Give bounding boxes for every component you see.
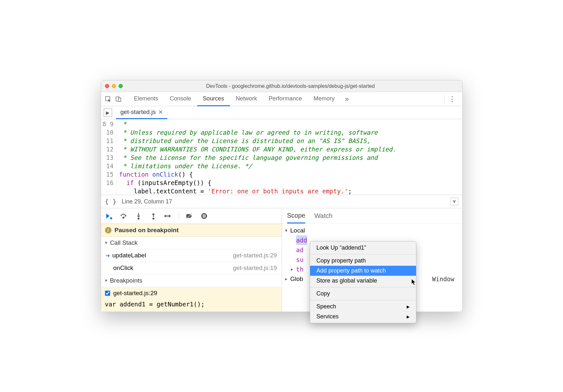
zoom-window-button[interactable] (119, 84, 123, 88)
tabs-overflow-icon[interactable]: » (340, 95, 353, 103)
paused-message: Paused on breakpoint (115, 227, 179, 234)
traffic-lights (105, 84, 123, 88)
titlebar: DevTools - googlechrome.github.io/devtoo… (101, 80, 462, 92)
tab-watch[interactable]: Watch (314, 209, 332, 223)
pretty-print-icon[interactable]: { } (105, 198, 117, 205)
tab-scope[interactable]: Scope (287, 209, 306, 223)
svg-rect-15 (204, 214, 205, 218)
devtools-window: DevTools - googlechrome.github.io/devtoo… (101, 80, 463, 312)
scope-global-value: Window (432, 274, 459, 284)
step-over-icon[interactable] (119, 211, 128, 221)
file-tab[interactable]: get-started.js ✕ (116, 106, 168, 119)
info-icon: i (105, 227, 111, 233)
code-line: * limitations under the License. */ (119, 162, 252, 170)
frame-name: updateLabel (112, 252, 146, 259)
tab-performance[interactable]: Performance (263, 92, 308, 106)
code-line: * (119, 120, 127, 128)
tab-memory[interactable]: Memory (308, 92, 340, 106)
current-frame-icon: ➔ (106, 253, 110, 259)
menu-separator (310, 287, 416, 287)
frame-name: onClick (113, 264, 133, 272)
device-toggle-icon[interactable] (114, 95, 123, 104)
scope-global-label: Glob (290, 274, 303, 284)
triangle-down-icon: ▼ (104, 241, 108, 245)
step-out-icon[interactable] (149, 211, 158, 221)
window-title: DevTools - googlechrome.github.io/devtoo… (123, 83, 458, 89)
breakpoint-code: var addend1 = getNumber1(); (101, 299, 282, 312)
variable-name: th (296, 264, 304, 274)
tab-network[interactable]: Network (230, 92, 263, 106)
line-gutter: 8 9 10 11 12 13 14 15 16 (101, 119, 117, 195)
tab-sources[interactable]: Sources (197, 92, 230, 106)
svg-point-6 (138, 218, 140, 220)
statusbar-menu-icon[interactable]: ▾ (451, 198, 458, 205)
svg-point-4 (122, 217, 124, 219)
scope-watch-tabs: Scope Watch (282, 208, 462, 224)
menu-item-lookup[interactable]: Look Up “addend1” (310, 243, 416, 253)
variable-name: su (296, 255, 304, 264)
svg-rect-3 (110, 217, 112, 219)
toolbar-separator (179, 212, 179, 220)
triangle-down-icon: ▼ (104, 278, 108, 283)
menu-item-add-watch[interactable]: Add property path to watch (310, 266, 416, 276)
menu-item-services[interactable]: Services▶ (310, 312, 416, 322)
call-stack-frame[interactable]: ➔ updateLabel get-started.js:29 (101, 249, 282, 262)
submenu-arrow-icon: ▶ (407, 315, 410, 319)
menu-item-copy-path[interactable]: Copy property path (310, 256, 416, 266)
variable-name: add (296, 235, 307, 245)
menu-item-speech[interactable]: Speech▶ (310, 302, 416, 312)
close-file-tab-icon[interactable]: ✕ (158, 109, 163, 116)
code-body[interactable]: * * Unless required by applicable law or… (117, 119, 462, 195)
triangle-down-icon: ▼ (285, 226, 290, 235)
file-tab-label: get-started.js (120, 108, 156, 116)
close-window-button[interactable] (105, 84, 109, 88)
menu-separator (310, 254, 416, 254)
pause-exceptions-icon[interactable] (200, 211, 209, 221)
submenu-arrow-icon: ▶ (407, 304, 410, 309)
tab-elements[interactable]: Elements (128, 92, 164, 106)
tab-console[interactable]: Console (164, 92, 197, 106)
frame-location: get-started.js:19 (233, 264, 277, 272)
minimize-window-button[interactable] (112, 84, 116, 88)
menu-item-store-global[interactable]: Store as global variable (310, 276, 416, 286)
cursor-icon (411, 279, 416, 287)
call-stack-label: Call Stack (110, 239, 138, 246)
code-line: function onClick() { (119, 171, 193, 178)
code-line: * See the License for the specific langu… (119, 154, 378, 161)
triangle-right-icon: ▶ (291, 264, 296, 274)
code-line: label.textContent = 'Error: one or both … (119, 188, 352, 195)
code-line: * distributed under the License is distr… (119, 137, 370, 144)
menu-item-copy[interactable]: Copy (310, 289, 416, 299)
context-menu: Look Up “addend1” Copy property path Add… (310, 241, 416, 323)
svg-point-10 (164, 215, 166, 217)
file-tab-bar: ▶ get-started.js ✕ (101, 106, 462, 119)
code-editor[interactable]: 8 9 10 11 12 13 14 15 16 * * Unless requ… (101, 119, 462, 195)
breakpoint-item[interactable]: get-started.js:29 (101, 287, 282, 299)
resume-icon[interactable] (104, 211, 113, 221)
deactivate-breakpoints-icon[interactable] (185, 211, 194, 221)
variable-name: ad (296, 245, 304, 255)
debugger-toolbar (101, 208, 282, 224)
inspect-element-icon[interactable] (104, 95, 113, 104)
call-stack-frame[interactable]: onClick get-started.js:19 (101, 262, 282, 274)
main-toolbar: Elements Console Sources Network Perform… (101, 92, 462, 106)
breakpoints-header[interactable]: ▼ Breakpoints (101, 274, 282, 287)
svg-rect-14 (203, 214, 204, 218)
frame-location: get-started.js:29 (233, 252, 277, 259)
main-tabs: Elements Console Sources Network Perform… (128, 92, 441, 106)
settings-menu-icon[interactable]: ⋮ (444, 95, 460, 103)
breakpoint-checkbox[interactable] (105, 291, 110, 296)
step-into-icon[interactable] (134, 211, 143, 221)
paused-banner: i Paused on breakpoint (101, 224, 282, 237)
scope-local-header[interactable]: ▼ Local (282, 226, 462, 235)
call-stack-header[interactable]: ▼ Call Stack (101, 237, 282, 249)
debugger-left-panel: i Paused on breakpoint ▼ Call Stack ➔ up… (101, 208, 282, 312)
code-line: if (inputsAreEmpty()) { (119, 179, 212, 186)
step-icon[interactable] (164, 211, 173, 221)
show-navigator-icon[interactable]: ▶ (104, 108, 112, 117)
code-line: * WITHOUT WARRANTIES OR CONDITIONS OF AN… (119, 146, 396, 153)
svg-point-8 (152, 218, 154, 220)
breakpoint-file: get-started.js:29 (113, 290, 157, 297)
breakpoints-label: Breakpoints (110, 277, 142, 284)
menu-separator (310, 300, 416, 300)
